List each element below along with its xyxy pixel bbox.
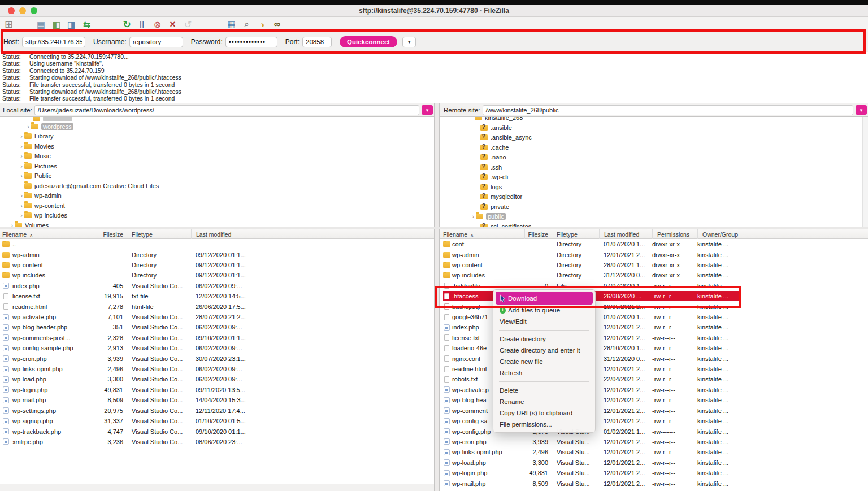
tree-item[interactable]: .ansible_async <box>440 133 862 143</box>
menu-item-create-new-file[interactable]: Create new file <box>493 356 595 367</box>
tree-item[interactable] <box>0 117 434 121</box>
file-row[interactable]: wp-cron.php3,939Visual Stu...12/01/2021 … <box>443 437 868 447</box>
tree-item[interactable]: mysqleditor <box>440 192 862 202</box>
refresh-icon[interactable] <box>120 19 133 31</box>
local-site-path[interactable]: /Users/jadesuzarte/Downloads/wordpress/ <box>34 105 419 115</box>
file-row[interactable]: wp-activate.php7,101Visual Studio Co...2… <box>2 312 434 322</box>
log-toggle-icon[interactable] <box>34 19 47 31</box>
remote-site-path[interactable]: /www/kinstalife_268/public <box>483 105 853 115</box>
tree-item[interactable]: Public <box>0 171 434 181</box>
menu-item-add-files-to-queue[interactable]: Add files to queue <box>493 305 595 316</box>
chevron-right-icon[interactable] <box>470 213 476 220</box>
file-row[interactable]: wp-contentDirectory28/07/2021 1...drwxr-… <box>443 260 868 270</box>
disconnect-icon[interactable] <box>166 19 179 31</box>
file-row[interactable]: wp-settings.php20,975Visual Studio Co...… <box>2 406 434 416</box>
menu-item-view-edit[interactable]: View/Edit <box>493 316 595 327</box>
file-row[interactable]: wp-blog-header.php351Visual Studio Co...… <box>2 322 434 332</box>
chevron-right-icon[interactable] <box>9 222 15 227</box>
chevron-right-icon[interactable] <box>19 133 24 140</box>
compare-icon[interactable] <box>240 19 253 31</box>
remote-tree-toggle-icon[interactable] <box>65 19 78 31</box>
file-row[interactable]: wp-comments-post...2,328Visual Studio Co… <box>2 333 434 343</box>
column-header-filesize[interactable]: Filesize <box>524 229 552 239</box>
tree-item[interactable]: .ssh <box>440 162 862 172</box>
remote-tree-scrollbar[interactable] <box>862 117 868 227</box>
tree-item[interactable]: Library <box>0 132 434 142</box>
file-row[interactable]: wp-mail.php8,509Visual Studio Co...14/04… <box>2 395 434 405</box>
file-row[interactable]: wp-links-opml.php2,496Visual Studio Co..… <box>2 364 434 374</box>
tree-item[interactable]: Movies <box>0 141 434 151</box>
quickconnect-button[interactable]: Quickconnect <box>340 36 397 47</box>
column-header-filename[interactable]: Filename <box>2 231 92 238</box>
file-row[interactable]: wp-cron.php3,939Visual Studio Co...30/07… <box>2 353 434 363</box>
column-header-filesize[interactable]: Filesize <box>92 229 127 239</box>
chevron-right-icon[interactable] <box>19 172 24 179</box>
file-row[interactable]: .. <box>2 239 434 249</box>
process-queue-icon[interactable] <box>136 19 149 31</box>
file-row[interactable]: wp-signup.php31,337Visual Studio Co...01… <box>2 416 434 426</box>
cancel-icon[interactable] <box>151 19 164 31</box>
sync-browsing-icon[interactable] <box>255 19 268 31</box>
file-row[interactable]: wp-includesDirectory31/12/2020 0...drwxr… <box>443 270 868 280</box>
local-tree-toggle-icon[interactable] <box>50 19 63 31</box>
chevron-right-icon[interactable] <box>25 123 31 130</box>
panel-splitter[interactable] <box>434 103 440 491</box>
filter-icon[interactable] <box>225 19 238 31</box>
tree-item[interactable]: wp-includes <box>0 211 434 221</box>
site-manager-icon[interactable] <box>2 19 15 31</box>
tree-item-public[interactable]: public <box>440 212 862 222</box>
file-row[interactable]: wp-trackback.php4,747Visual Studio Co...… <box>2 426 434 436</box>
column-header-filename[interactable]: Filename <box>443 231 524 238</box>
file-row[interactable]: readme.html7,278html-file26/06/2020 17:5… <box>2 301 434 311</box>
menu-item-copy-urls-to-clipboard[interactable]: Copy URL(s) to clipboard <box>493 407 595 419</box>
host-input[interactable] <box>22 37 85 47</box>
menu-item-rename[interactable]: Rename <box>493 396 595 407</box>
tree-item[interactable]: .ansible <box>440 123 862 133</box>
menu-item-create-directory-and-enter[interactable]: Create directory and enter it <box>493 345 595 356</box>
file-row[interactable]: index.php405Visual Studio Co...06/02/202… <box>2 281 434 291</box>
reconnect-icon[interactable] <box>181 19 194 31</box>
menu-item-create-directory[interactable]: Create directory <box>493 333 595 345</box>
tree-item[interactable]: jadesuzarte@gmail.com Creative Cloud Fil… <box>0 181 434 191</box>
file-row[interactable]: wp-adminDirectory12/01/2021 2...drwxr-xr… <box>443 249 868 259</box>
file-row[interactable]: wp-contentDirectory09/12/2020 01:1... <box>2 260 434 270</box>
menu-item-delete[interactable]: Delete <box>493 385 595 396</box>
file-row[interactable]: confDirectory01/07/2020 1...drwxr-xr-xki… <box>443 239 868 249</box>
column-header-last-modified[interactable]: Last modified <box>191 229 434 239</box>
column-header-owner-group[interactable]: Owner/Group <box>697 229 868 239</box>
tree-item[interactable]: kinstalife_268 <box>440 117 862 123</box>
column-header-last-modified[interactable]: Last modified <box>599 229 652 239</box>
file-row[interactable]: wp-adminDirectory09/12/2020 01:1... <box>2 249 434 259</box>
column-header-permissions[interactable]: Permissions <box>652 229 697 239</box>
local-site-dropdown-icon[interactable] <box>422 105 433 115</box>
quickconnect-dropdown-icon[interactable] <box>402 37 416 47</box>
file-row[interactable]: wp-login.php49,831Visual Stu...12/01/202… <box>443 468 868 478</box>
file-row[interactable]: wp-login.php49,831Visual Studio Co...09/… <box>2 385 434 395</box>
file-row[interactable]: wp-links-opml.php2,496Visual Stu...12/01… <box>443 447 868 457</box>
chevron-right-icon[interactable] <box>19 192 24 199</box>
column-header-filetype[interactable]: Filetype <box>127 229 191 239</box>
chevron-right-icon[interactable] <box>19 143 24 150</box>
file-row[interactable]: xmlrpc.php3,236Visual Studio Co...08/06/… <box>2 437 434 447</box>
file-row[interactable]: wp-load.php3,300Visual Studio Co...06/02… <box>2 374 434 384</box>
remote-site-dropdown-icon[interactable] <box>856 105 867 115</box>
find-icon[interactable] <box>271 19 284 31</box>
chevron-right-icon[interactable] <box>19 202 24 209</box>
tree-item[interactable]: .cache <box>440 142 862 153</box>
tree-item-wordpress[interactable]: wordpress <box>0 121 434 132</box>
tree-item[interactable]: wp-admin <box>0 191 434 201</box>
tree-item[interactable]: .nano <box>440 153 862 163</box>
tree-item[interactable]: Pictures <box>0 161 434 171</box>
port-input[interactable] <box>302 37 332 47</box>
file-row[interactable]: wp-mail.php8,509Visual Stu...12/01/2021 … <box>443 478 868 488</box>
chevron-right-icon[interactable] <box>19 212 24 219</box>
queue-toggle-icon[interactable] <box>80 19 93 31</box>
file-row[interactable]: wp-load.php3,300Visual Stu...12/01/2021 … <box>443 458 868 468</box>
tree-item[interactable]: Music <box>0 151 434 162</box>
file-row[interactable]: wp-config-sample.php2,913Visual Studio C… <box>2 343 434 353</box>
tree-item[interactable]: .wp-cli <box>440 172 862 183</box>
tree-item[interactable]: Volumes <box>0 220 434 227</box>
menu-item-download[interactable]: Download <box>496 292 593 305</box>
username-input[interactable] <box>129 37 183 47</box>
chevron-right-icon[interactable] <box>19 153 24 159</box>
